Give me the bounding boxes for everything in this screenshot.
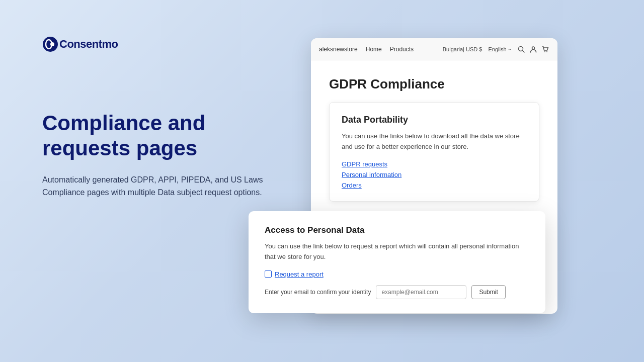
nav-icons [517,45,549,53]
svg-point-2 [50,42,54,46]
svg-point-6 [544,51,545,52]
browser-content: GDPR Compliance Data Portability You can… [311,60,557,218]
svg-line-4 [523,50,525,52]
search-icon[interactable] [517,45,525,53]
cart-icon[interactable] [541,45,549,53]
left-content: Compliance and requests pages Automatica… [42,111,264,199]
nav-right: Bulgaria| USD $ English ~ [443,45,549,53]
store-name: aleksnewstore [319,46,358,53]
nav-products[interactable]: Products [390,46,414,53]
user-icon[interactable] [529,45,537,53]
orders-link[interactable]: Orders [342,182,527,189]
logo-c: C [59,38,67,50]
logo-icon [42,36,58,52]
access-card-title: Access to Personal Data [265,225,529,235]
access-card-desc: You can use the link below to request a … [265,241,529,262]
main-headline: Compliance and requests pages [42,111,264,161]
logo: Consentmo [42,36,118,52]
request-report-link[interactable]: Request a report [265,270,529,278]
nav-links: Home Products [366,46,414,53]
currency[interactable]: Bulgaria| USD $ [443,46,482,52]
data-portability-title: Data Portability [342,115,527,125]
data-portability-card: Data Portability You can use the links b… [329,102,539,202]
browser-nav: aleksnewstore Home Products Bulgaria| US… [311,38,557,60]
email-input[interactable] [376,285,466,299]
nav-home[interactable]: Home [366,46,382,53]
email-label: Enter your email to confirm your identit… [265,289,371,296]
gdpr-requests-link[interactable]: GDPR requests [342,160,527,168]
email-row: Enter your email to confirm your identit… [265,285,529,299]
submit-button[interactable]: Submit [471,285,505,299]
logo-text: Consentmo [59,38,118,51]
gdpr-page-title: GDPR Compliance [329,76,539,92]
access-personal-data-card: Access to Personal Data You can use the … [249,211,545,313]
main-subtext: Automatically generated GDPR, APPI, PIPE… [42,173,264,199]
language[interactable]: English ~ [488,46,511,52]
personal-info-link[interactable]: Personal information [342,171,527,178]
svg-point-5 [532,47,535,49]
data-portability-desc: You can use the links below to download … [342,131,527,152]
card-links: GDPR requests Personal information Order… [342,160,527,189]
svg-point-7 [546,51,547,52]
